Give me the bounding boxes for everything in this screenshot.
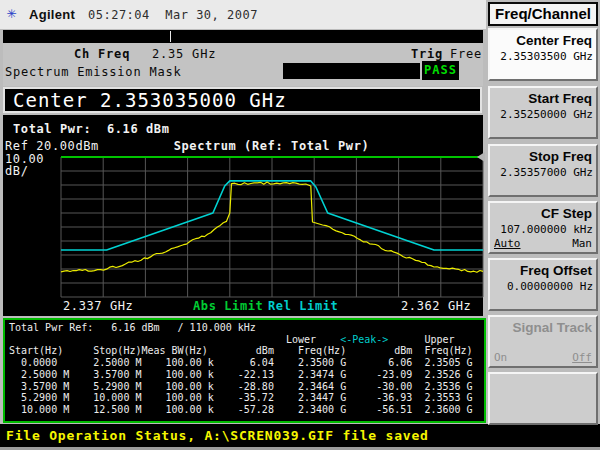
annotation-tick [170, 31, 171, 42]
softkey-value: 2.35357000 GHz [492, 166, 593, 179]
softkey-freq-offset[interactable]: Freq Offset0.00000000 Hz [488, 258, 598, 311]
status-message: File Operation Status, A:\SCREN039.GIF f… [6, 428, 429, 443]
results-table: Total Pwr Ref: 6.16 dBm / 110.000 kHz Lo… [3, 318, 486, 423]
softkey-label: Freq Offset [492, 263, 592, 278]
softkey-stop-freq[interactable]: Stop Freq2.35357000 GHz [488, 144, 598, 197]
x-axis-stop-label: 2.362 GHz [401, 299, 471, 313]
trig-value: Free [450, 47, 482, 61]
ref-level-marker-icon [477, 152, 485, 162]
softkey-blank[interactable] [488, 372, 598, 425]
table-row: 5.2900 M 10.000 M 100.00 k -35.72 2.3447… [9, 392, 484, 404]
softkey-toggle: OnOff [494, 351, 592, 364]
toggle-right: Off [572, 351, 592, 364]
chart-grid [61, 157, 483, 297]
peak-label: <-Peak-> [340, 334, 388, 345]
table-row: 0.0000 2.5000 M 100.00 k 6.04 2.3500 G 6… [9, 357, 484, 369]
agilent-logo-icon: ✳ [7, 5, 17, 21]
softkey-value: 0.00000000 Hz [492, 280, 593, 293]
softkey-start-freq[interactable]: Start Freq2.35250000 GHz [488, 86, 598, 139]
softkey-label: Signal Track [492, 320, 592, 335]
table-row: Start(Hz) Stop(Hz)Meas BW(Hz) dBm Freq(H… [9, 345, 484, 357]
spectrum-chart [60, 156, 484, 298]
softkey-panel: Freq/Channel Center Freq2.35303500 GHzSt… [486, 0, 600, 424]
annotation-bar [3, 30, 483, 43]
scale-unit-label: dB/ [5, 164, 28, 178]
instrument-screen: ✳ Agilent 05:27:04 Mar 30, 2007 Ch Freq … [0, 0, 600, 450]
x-axis-start-label: 2.337 GHz [63, 299, 133, 313]
menu-title: Freq/Channel [488, 2, 598, 26]
measurement-title: Spectrum Emission Mask [5, 65, 182, 79]
graph-title: Spectrum (Ref: Total Pwr) [60, 139, 483, 153]
table-peak-header: Lower <-Peak-> Upper [9, 334, 484, 346]
table-row: 3.5700 M 5.2900 M 100.00 k -28.80 2.3464… [9, 381, 484, 393]
softkey-label: Start Freq [492, 91, 592, 106]
table-row: 10.000 M 12.500 M 100.00 k -57.28 2.3400… [9, 404, 484, 416]
softkey-center-freq[interactable]: Center Freq2.35303500 GHz [488, 28, 598, 81]
softkey-value: 2.35303500 GHz [492, 50, 593, 63]
center-frequency-text: Center 2.353035000 GHz [13, 89, 480, 111]
active-function-box [283, 63, 420, 79]
pass-badge: PASS [422, 61, 459, 80]
table-row: Total Pwr Ref: 6.16 dBm / 110.000 kHz [9, 322, 484, 334]
toggle-right: Man [572, 237, 592, 250]
softkey-value: 2.35250000 GHz [492, 108, 593, 121]
abs-limit-legend: Abs Limit [193, 299, 263, 313]
center-frequency-display: Center 2.353035000 GHz [3, 87, 482, 113]
toggle-left: On [494, 351, 507, 364]
softkey-label: Center Freq [492, 33, 592, 48]
softkey-label: CF Step [492, 206, 592, 221]
datetime-label: 05:27:04 Mar 30, 2007 [88, 8, 258, 22]
rel-limit-legend: Rel Limit [268, 299, 338, 313]
ch-freq-value: 2.35 GHz [152, 47, 216, 61]
ch-freq-label: Ch Freq [74, 47, 130, 61]
toggle-left: Auto [494, 237, 521, 250]
trig-label: Trig [411, 47, 443, 61]
softkey-signal-track[interactable]: Signal TrackOnOff [488, 315, 598, 368]
brand-label: Agilent [29, 7, 75, 22]
softkey-label: Stop Freq [492, 149, 592, 164]
table-row: 2.5000 M 3.5700 M 100.00 k -22.13 2.3474… [9, 369, 484, 381]
total-power-label: Total Pwr: 6.16 dBm [13, 122, 170, 136]
top-bar: ✳ Agilent 05:27:04 Mar 30, 2007 [0, 0, 486, 29]
softkey-toggle: AutoMan [494, 237, 592, 250]
softkey-value: 107.000000 kHz [492, 223, 593, 236]
softkey-cf-step[interactable]: CF Step107.000000 kHzAutoMan [488, 201, 598, 254]
